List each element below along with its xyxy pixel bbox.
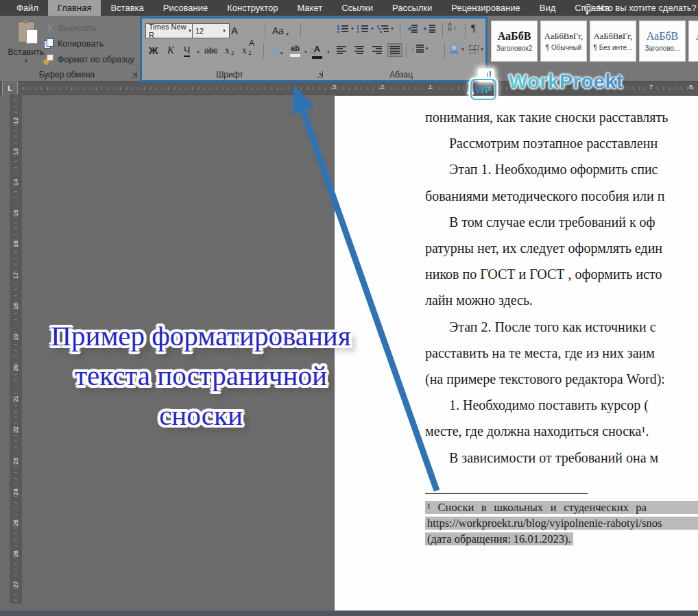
multilevel-list-button[interactable]: ▼ [377,25,394,33]
font-size-combobox[interactable]: 12▼ [192,23,230,38]
ribbon-tab[interactable]: Главная [48,0,101,16]
font-color-glyph: А [314,44,320,54]
highlight-color-button[interactable]: ab [290,44,300,57]
style-label: ¶ Обычный [546,44,581,51]
document-text-line[interactable]: лайн можно здесь. [425,287,698,313]
clipboard-dialog-launcher[interactable] [131,71,137,77]
style-preview: АаБбВвГг, [544,32,583,42]
sort-button[interactable]: АЯ ↓ [448,22,457,32]
cut-button[interactable]: Вырезать [45,23,97,33]
bullets-button[interactable]: ▼ [337,25,354,33]
style-card[interactable]: АаБбВ Заголово... [639,21,686,62]
style-card[interactable]: АаБбВ Заголов [688,21,698,62]
font-dialog-launcher[interactable] [317,71,323,77]
document-text-line[interactable]: расставить на те места, где из них заим [425,340,698,366]
ribbon-tab[interactable]: Вид [530,0,566,16]
line-spacing-button[interactable]: ↕▼ [411,45,429,53]
ribbon-tab[interactable]: Ссылки [332,0,383,16]
strikethrough-button[interactable]: abc [204,46,217,56]
shading-button[interactable]: ▼ [449,45,465,53]
document-text-line[interactable]: В том случае если требований к оф [425,209,698,235]
chevron-down-icon: ▼ [390,27,394,31]
copy-label: Копировать [58,39,104,49]
highlight-color-bar [290,54,300,57]
format-painter-button[interactable]: Формат по образцу [44,54,134,64]
subscript-mark: 2 [231,49,234,56]
text-effects-button[interactable]: А▼ [271,44,284,56]
ribbon-tab[interactable]: Файл [7,0,48,16]
align-left-button[interactable] [337,46,346,54]
style-card[interactable]: АаБбВ Заголовок2 [491,21,538,62]
document-text-line[interactable]: Этап 2. После того как источники с [425,314,698,340]
align-center-icon [354,46,364,54]
sort-icon: АЯ [448,22,452,32]
justify-button[interactable] [388,44,402,56]
chevron-down-icon: ▼ [222,29,226,33]
format-painter-icon [44,54,53,64]
ruler-number: 7 [649,84,653,90]
chevron-down-icon[interactable]: ▼ [326,50,330,54]
document-text-line[interactable]: месте, где должна находиться сноска¹. [425,418,698,444]
change-case-button[interactable]: Aa▼ [272,25,289,36]
numbering-button[interactable]: ▼ [357,25,374,33]
superscript-button[interactable]: x2 [242,45,252,56]
style-card[interactable]: АаБбВвГг, ¶ Без инте... [590,21,636,62]
ruler-number: 24 [10,476,22,507]
align-right-button[interactable] [372,46,382,54]
ruler-number: 25 [10,507,22,538]
document-text-line[interactable]: Этап 1. Необходимо оформить спис [425,156,698,182]
chevron-down-icon[interactable]: ▼ [196,50,200,54]
chevron-down-icon: ▼ [461,47,465,51]
footnote-line[interactable]: (дата обращения: 16.01.2023). [425,531,698,547]
bold-button[interactable]: Ж [149,45,158,56]
ribbon-tab[interactable]: Конструктор [217,0,287,16]
sort-arrow: ↓ [453,23,457,31]
ribbon-tab[interactable]: Рисование [154,0,217,16]
ribbon-tab[interactable]: Рассылки [383,0,442,16]
document-text-line[interactable]: понимания, как такие сноски расставлять [425,104,698,130]
ruler-number: 27 [10,569,22,600]
chevron-down-icon: ▼ [350,27,354,31]
copy-icon [44,38,53,49]
tab-stop-selector[interactable]: L [2,82,18,95]
increase-indent-button[interactable] [424,25,435,33]
decrease-indent-icon [406,25,418,33]
chevron-down-icon: ▼ [480,47,484,51]
footnote-line[interactable]: https://workproekt.ru/blog/vyipolnenie-r… [425,515,698,531]
scissors-icon [45,24,54,33]
chevron-down-icon[interactable]: ▼ [304,50,308,54]
paste-button[interactable]: Вставить ▼ [7,19,45,75]
tell-me-box[interactable]: Что вы хотите сделать? [584,0,697,16]
font-name-combobox[interactable]: Times New R▼ [145,23,195,38]
chevron-down-icon: ▼ [370,27,374,31]
document-text-line[interactable]: ратурны нет, их следует оформлять един [425,235,698,261]
show-marks-button[interactable]: ¶ [471,23,476,34]
document-text-line[interactable]: ников по ГОСТ и ГОСТ , оформить исто [425,261,698,287]
caption-line: текста постраничной [0,356,402,395]
document-text-line[interactable]: В зависимости от требований она м [425,445,698,471]
style-card[interactable]: АаБбВвГг, ¶ Обычный [540,21,587,62]
footnote-block[interactable]: ¹ Сноски в школьных и студенческих раhtt… [425,500,698,547]
document-text-line[interactable]: бованиями методического пособия или п [425,183,698,209]
tell-me-label: Что вы хотите сделать? [598,3,697,13]
ruler-number: 12 [10,105,22,136]
document-text-line[interactable]: Рассмотрим поэтапное расставленн [425,130,698,156]
subscript-button[interactable]: x2 [225,45,234,56]
copy-button[interactable]: Копировать [44,38,104,49]
document-text-line[interactable]: (на примере текстового редактора Word): [425,366,698,392]
pilcrow-icon: ¶ [471,23,476,34]
paint-bucket-icon [449,45,459,53]
align-left-icon [337,46,346,54]
borders-button[interactable]: ▼ [469,45,484,53]
ribbon-tab[interactable]: Рецензирование [442,0,529,16]
footnote-line[interactable]: ¹ Сноски в школьных и студенческих ра [425,500,698,515]
underline-button[interactable]: Ч [184,45,190,57]
ribbon-tab[interactable]: Вставка [101,0,153,16]
decrease-indent-button[interactable] [406,25,418,33]
document-text-line[interactable]: 1. Необходимо поставить курсор ( [425,392,698,418]
font-color-button[interactable]: А [312,44,322,59]
italic-button[interactable]: К [167,45,174,56]
align-right-icon [372,46,382,54]
align-center-button[interactable] [354,46,364,54]
ribbon-tab[interactable]: Макет [287,0,332,16]
